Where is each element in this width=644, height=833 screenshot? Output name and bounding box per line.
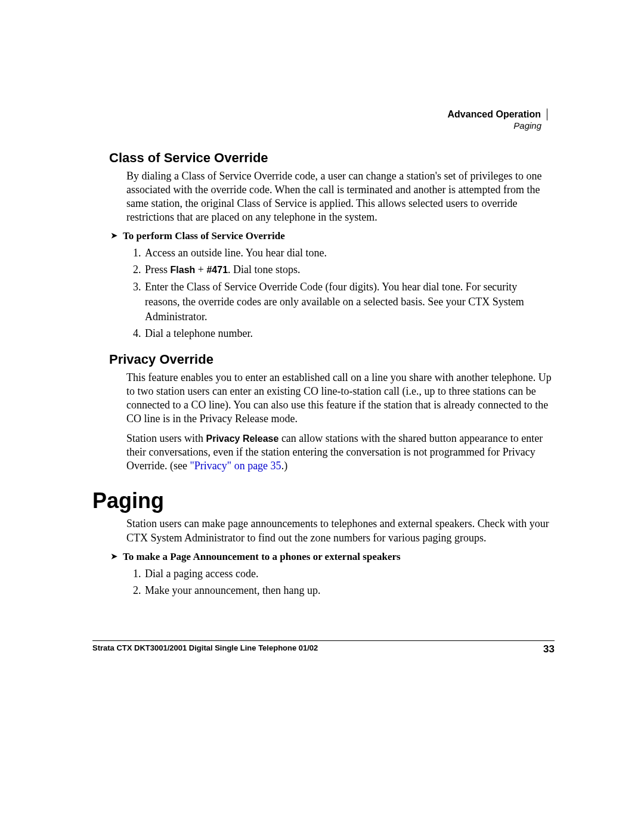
footer-text: Strata CTX DKT3001/2001 Digital Single L… bbox=[92, 643, 318, 652]
procedure-head-cos: ➤To perform Class of Service Override bbox=[110, 230, 555, 242]
key-flash: Flash bbox=[171, 265, 196, 275]
procedure-title-cos: To perform Class of Service Override bbox=[123, 230, 285, 241]
arrow-icon: ➤ bbox=[110, 551, 118, 562]
para-cos: By dialing a Class of Service Override c… bbox=[126, 169, 555, 224]
steps-paging: Dial a paging access code. Make your ann… bbox=[128, 566, 555, 598]
page: Advanced Operation Paging Class of Servi… bbox=[0, 0, 644, 833]
header-section: Paging bbox=[448, 120, 547, 132]
list-item: Dial a paging access code. bbox=[144, 566, 555, 581]
procedure-title-paging: To make a Page Announcement to a phones … bbox=[123, 551, 401, 562]
code-471: #471 bbox=[206, 265, 228, 275]
header-chapter: Advanced Operation bbox=[448, 109, 547, 120]
list-item: Enter the Class of Service Override Code… bbox=[144, 280, 555, 325]
list-item: Make your announcement, then hang up. bbox=[144, 583, 555, 598]
procedure-head-paging: ➤To make a Page Announcement to a phones… bbox=[110, 551, 555, 563]
page-number: 33 bbox=[543, 643, 555, 655]
xref-privacy[interactable]: "Privacy" on page 35 bbox=[190, 460, 281, 472]
steps-cos: Access an outside line. You hear dial to… bbox=[128, 246, 555, 341]
list-item: Dial a telephone number. bbox=[144, 326, 555, 341]
heading-privacy: Privacy Override bbox=[109, 352, 555, 367]
list-item: Access an outside line. You hear dial to… bbox=[144, 246, 555, 261]
footer: Strata CTX DKT3001/2001 Digital Single L… bbox=[92, 643, 555, 655]
heading-cos: Class of Service Override bbox=[109, 150, 555, 166]
content: Class of Service Override By dialing a C… bbox=[92, 150, 555, 598]
arrow-icon: ➤ bbox=[110, 230, 118, 241]
para-paging: Station users can make page announcement… bbox=[126, 517, 555, 544]
para-privacy-2: Station users with Privacy Release can a… bbox=[126, 432, 555, 473]
para-privacy-1: This feature enables you to enter an est… bbox=[126, 371, 555, 426]
footer-rule bbox=[92, 640, 555, 641]
key-privacy-release: Privacy Release bbox=[206, 433, 279, 444]
running-header: Advanced Operation Paging bbox=[448, 109, 547, 132]
heading-paging: Paging bbox=[92, 488, 555, 513]
list-item: Press Flash + #471. Dial tone stops. bbox=[144, 262, 555, 277]
